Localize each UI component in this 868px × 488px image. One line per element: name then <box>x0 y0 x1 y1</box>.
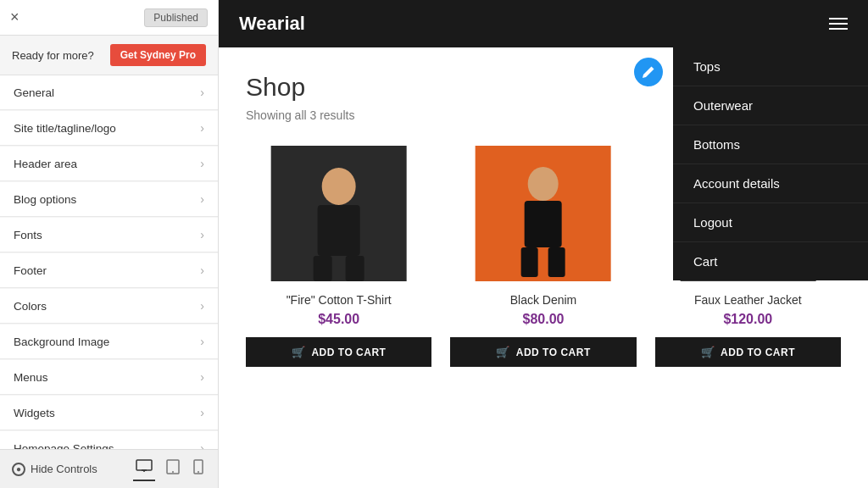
nav-item-menus[interactable]: Menus› <box>0 360 218 395</box>
add-to-cart-button-1[interactable]: 🛒 ADD TO CART <box>246 337 431 367</box>
nav-item-header-area[interactable]: Header area› <box>0 147 218 181</box>
site-header: Wearial <box>219 0 868 47</box>
cart-icon-1: 🛒 <box>292 346 306 358</box>
product-card-2: Black Denim $80.00 🛒 ADD TO CART <box>450 146 636 367</box>
nav-item-homepage-settings[interactable]: Homepage Settings› <box>0 431 218 449</box>
product-name-1: "Fire" Cotton T-Shirt <box>246 293 431 307</box>
nav-item-label: Blog options <box>14 193 76 206</box>
customizer-panel: × Published Ready for more? Get Sydney P… <box>0 0 219 488</box>
nav-item-label: Colors <box>14 300 47 313</box>
svg-rect-15 <box>521 247 538 277</box>
nav-arrow-icon: › <box>200 370 204 384</box>
circle-icon: ● <box>12 463 25 476</box>
nav-item-label: Homepage Settings <box>14 442 114 450</box>
promo-text: Ready for more? <box>12 49 94 62</box>
nav-arrow-icon: › <box>200 335 204 348</box>
nav-arrow-icon: › <box>200 263 204 277</box>
product-name-3: Faux Leather Jacket <box>655 293 841 307</box>
add-to-cart-button-3[interactable]: 🛒 ADD TO CART <box>655 337 841 367</box>
tablet-view-icon[interactable] <box>164 457 182 481</box>
published-badge: Published <box>144 8 208 27</box>
dropdown-item-outerwear[interactable]: Outerwear <box>673 86 868 125</box>
svg-rect-0 <box>136 460 152 470</box>
hide-controls-label: Hide Controls <box>31 463 97 475</box>
promo-bar: Ready for more? Get Sydney Pro <box>0 36 218 75</box>
svg-rect-10 <box>314 256 332 281</box>
dropdown-item-account[interactable]: Account details <box>673 164 868 203</box>
product-price-3: $120.00 <box>655 312 841 327</box>
add-to-cart-label-3: ADD TO CART <box>721 347 795 358</box>
cart-icon-3: 🛒 <box>701 346 715 358</box>
cart-icon-2: 🛒 <box>496 346 510 358</box>
nav-item-label: Site title/tagline/logo <box>14 122 116 135</box>
mobile-view-icon[interactable] <box>191 457 206 481</box>
nav-arrow-icon: › <box>200 441 204 449</box>
dropdown-item-cart[interactable]: Cart <box>673 242 868 280</box>
nav-item-general[interactable]: General› <box>0 75 218 110</box>
nav-item-label: Menus <box>14 371 48 384</box>
nav-item-label: Footer <box>14 264 47 277</box>
nav-item-colors[interactable]: Colors› <box>0 289 218 324</box>
nav-arrow-icon: › <box>200 86 204 99</box>
nav-item-label: Fonts <box>14 229 42 241</box>
nav-dropdown-menu: TopsOuterwearBottomsAccount detailsLogou… <box>673 47 868 280</box>
nav-item-blog-options[interactable]: Blog options› <box>0 182 218 217</box>
nav-arrow-icon: › <box>200 121 204 135</box>
svg-point-13 <box>528 167 559 201</box>
product-price-1: $45.00 <box>246 312 431 327</box>
product-image-1 <box>246 146 431 281</box>
nav-item-widgets[interactable]: Widgets› <box>0 396 218 430</box>
svg-point-4 <box>172 471 174 473</box>
add-to-cart-label-1: ADD TO CART <box>311 347 386 358</box>
nav-item-site-title[interactable]: Site title/tagline/logo› <box>0 111 218 146</box>
svg-rect-11 <box>346 256 364 281</box>
desktop-view-icon[interactable] <box>133 457 155 481</box>
nav-item-label: Background Image <box>14 336 109 348</box>
nav-arrow-icon: › <box>200 157 204 170</box>
product-image-2 <box>450 146 636 281</box>
panel-top-bar: × Published <box>0 0 218 36</box>
hamburger-line-2 <box>829 23 848 25</box>
dropdown-item-tops[interactable]: Tops <box>673 47 868 86</box>
customizer-nav-list: General›Site title/tagline/logo›Header a… <box>0 75 218 449</box>
nav-item-label: Widgets <box>14 407 55 419</box>
close-button[interactable]: × <box>10 8 19 26</box>
svg-point-8 <box>322 168 356 205</box>
nav-item-footer[interactable]: Footer› <box>0 253 218 288</box>
nav-item-label: General <box>14 86 54 99</box>
nav-arrow-icon: › <box>200 406 204 419</box>
hamburger-line-3 <box>829 28 848 30</box>
product-price-2: $80.00 <box>450 312 636 327</box>
nav-item-fonts[interactable]: Fonts› <box>0 218 218 252</box>
hide-controls-button[interactable]: ● Hide Controls <box>12 463 97 476</box>
add-to-cart-button-2[interactable]: 🛒 ADD TO CART <box>450 337 636 367</box>
product-name-2: Black Denim <box>450 293 636 307</box>
svg-rect-14 <box>525 201 562 247</box>
product-card-1: "Fire" Cotton T-Shirt $45.00 🛒 ADD TO CA… <box>246 146 431 367</box>
site-title: Wearial <box>239 13 305 35</box>
nav-arrow-icon: › <box>200 228 204 241</box>
view-toggle-group <box>133 457 206 481</box>
svg-rect-16 <box>548 247 565 277</box>
nav-item-label: Header area <box>14 158 77 170</box>
main-preview: Wearial TopsOuterwearBottomsAccount deta… <box>219 0 868 488</box>
add-to-cart-label-2: ADD TO CART <box>516 347 591 358</box>
hamburger-line-1 <box>829 18 848 19</box>
dropdown-item-bottoms[interactable]: Bottoms <box>673 125 868 164</box>
hamburger-menu-button[interactable] <box>829 18 848 30</box>
nav-item-background-image[interactable]: Background Image› <box>0 324 218 359</box>
dropdown-item-logout[interactable]: Logout <box>673 203 868 242</box>
svg-rect-9 <box>318 205 360 256</box>
edit-header-button[interactable] <box>634 58 663 86</box>
nav-arrow-icon: › <box>200 192 204 206</box>
get-sydney-pro-button[interactable]: Get Sydney Pro <box>110 44 206 66</box>
nav-arrow-icon: › <box>200 299 204 313</box>
panel-bottom-bar: ● Hide Controls <box>0 449 218 488</box>
